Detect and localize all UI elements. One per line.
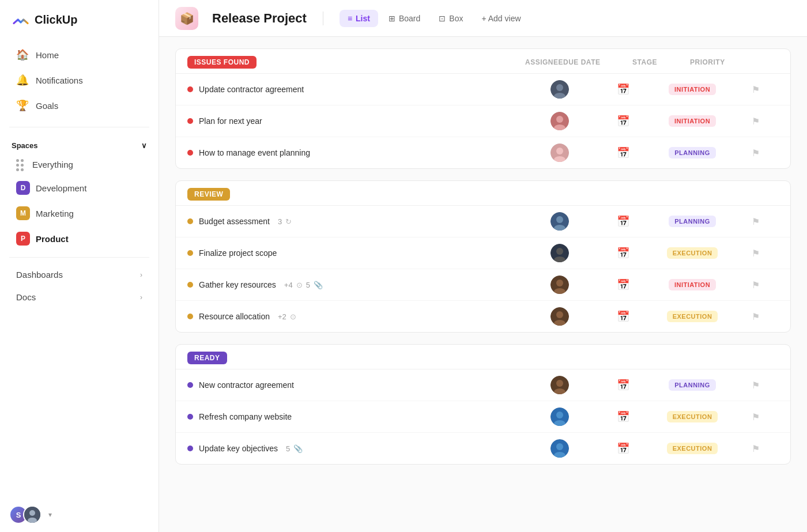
task-count: 3	[278, 217, 282, 226]
tab-list[interactable]: ≡ List	[340, 10, 378, 27]
add-view-button[interactable]: + Add view	[473, 10, 529, 27]
project-title: Release Project	[212, 11, 307, 26]
task-row[interactable]: Update contractor agreement 📅 INITIATION…	[176, 74, 790, 105]
group-review: REVIEW Budget assessment 3 ↻	[175, 180, 791, 333]
task-dot-yellow	[187, 282, 193, 288]
task-row[interactable]: Resource allocation +2 ⊙ 📅 EXECUTION	[176, 301, 790, 332]
task-row[interactable]: Refresh company website 📅 EXECUTION ⚑	[176, 401, 790, 433]
avatar	[550, 276, 569, 294]
dashboards-label: Dashboards	[16, 270, 63, 280]
assignee-cell	[525, 112, 594, 130]
task-row[interactable]: New contractor agreement 📅 PLANNING ⚑	[176, 369, 790, 401]
assignee-cell	[525, 276, 594, 294]
product-badge: P	[16, 232, 30, 246]
stage-cell: EXECUTION	[652, 311, 733, 322]
date-cell[interactable]: 📅	[594, 83, 652, 96]
date-cell[interactable]: 📅	[594, 247, 652, 259]
priority-cell: ⚑	[733, 380, 779, 391]
sidebar-item-notifications[interactable]: 🔔 Notifications	[5, 68, 154, 92]
task-row[interactable]: Gather key resources +4 ⊙ 5 📎 📅	[176, 269, 790, 301]
development-label: Development	[36, 183, 86, 193]
task-name-cell: New contractor agreement	[187, 380, 525, 390]
task-name: New contractor agreement	[199, 380, 294, 390]
spaces-collapse-icon[interactable]: ∨	[141, 141, 147, 150]
task-row[interactable]: Finalize project scope 📅 EXECUTION ⚑	[176, 237, 790, 269]
col-due-date: DUE DATE	[563, 58, 632, 66]
date-cell[interactable]: 📅	[594, 278, 652, 291]
priority-cell: ⚑	[733, 311, 779, 322]
stage-badge: INITIATION	[669, 279, 716, 290]
group-label-review: REVIEW	[187, 188, 230, 201]
task-row[interactable]: How to manage event planning 📅 PLANNING …	[176, 137, 790, 168]
date-cell[interactable]: 📅	[594, 215, 652, 228]
sidebar-item-notifications-label: Notifications	[36, 76, 83, 85]
date-cell[interactable]: 📅	[594, 310, 652, 323]
date-cell[interactable]: 📅	[594, 115, 652, 127]
flag-icon: ⚑	[752, 380, 760, 391]
date-cell[interactable]: 📅	[594, 146, 652, 159]
tab-box[interactable]: ⊡ Box	[431, 10, 471, 27]
date-cell[interactable]: 📅	[594, 379, 652, 391]
sidebar-item-home[interactable]: 🏠 Home	[5, 43, 154, 67]
task-dot-red	[187, 86, 193, 92]
sidebar-item-product[interactable]: P Product	[5, 227, 154, 251]
sidebar-divider-1	[9, 127, 149, 127]
sidebar-item-goals[interactable]: 🏆 Goals	[5, 93, 154, 118]
priority-cell: ⚑	[733, 216, 779, 227]
sidebar-item-marketing[interactable]: M Marketing	[5, 201, 154, 225]
task-name-cell: Update key objectives 5 📎	[187, 444, 525, 453]
sidebar-item-docs[interactable]: Docs ›	[5, 286, 154, 308]
task-extra: +2	[278, 312, 286, 321]
group-label-ready: READY	[187, 352, 227, 364]
svg-point-22	[556, 311, 563, 318]
task-dot-yellow	[187, 218, 193, 224]
stage-cell: INITIATION	[652, 279, 733, 290]
task-row[interactable]: Update key objectives 5 📎 📅 EXECUTION	[176, 433, 790, 464]
docs-label: Docs	[16, 292, 36, 302]
task-dot-red	[187, 150, 193, 156]
task-extra: +4	[284, 281, 293, 289]
sidebar-bottom: S ▾	[0, 497, 159, 532]
group-header-review: REVIEW	[176, 181, 790, 206]
task-row[interactable]: Budget assessment 3 ↻ 📅 PLANNING	[176, 206, 790, 237]
sidebar-item-development[interactable]: D Development	[5, 176, 154, 200]
task-name: Finalize project scope	[199, 248, 277, 258]
date-cell[interactable]: 📅	[594, 410, 652, 423]
sidebar-item-goals-label: Goals	[36, 101, 58, 111]
col-headers-issues: ASSIGNEE DUE DATE STAGE PRIORITY	[525, 58, 779, 66]
assignee-cell	[525, 80, 594, 99]
stage-cell: INITIATION	[652, 84, 733, 95]
user-dropdown-arrow[interactable]: ▾	[48, 511, 52, 519]
home-icon: 🏠	[16, 48, 29, 61]
avatar	[550, 408, 569, 426]
flag-icon: ⚑	[752, 311, 760, 322]
sidebar-item-everything[interactable]: Everything	[5, 154, 154, 175]
date-cell[interactable]: 📅	[594, 442, 652, 455]
logo: ClickUp	[0, 0, 159, 39]
sidebar-item-dashboards[interactable]: Dashboards ›	[5, 264, 154, 285]
task-name-cell: Resource allocation +2 ⊙	[187, 312, 525, 321]
flag-icon: ⚑	[752, 412, 760, 422]
task-name: How to manage event planning	[199, 148, 310, 157]
task-meta: 3 ↻	[278, 217, 292, 226]
project-icon: 📦	[175, 7, 198, 30]
task-meta: 5 📎	[286, 444, 303, 453]
calendar-icon: 📅	[617, 215, 629, 228]
task-meta: +4 ⊙ 5 📎	[284, 281, 323, 289]
attachment-icon: 📎	[314, 281, 323, 289]
clickup-logo-icon	[12, 10, 30, 29]
assignee-cell	[525, 408, 594, 426]
marketing-badge: M	[16, 206, 30, 220]
list-tab-icon: ≡	[348, 14, 352, 23]
svg-point-4	[556, 84, 563, 91]
task-dot-purple	[187, 414, 193, 420]
assignee-cell	[525, 244, 594, 262]
bell-icon: 🔔	[16, 74, 29, 86]
col-stage: STAGE	[632, 58, 690, 66]
group-ready: READY New contractor agreement 📅 PLANNIN…	[175, 344, 791, 465]
stage-cell: PLANNING	[652, 147, 733, 159]
flag-icon: ⚑	[752, 84, 760, 95]
task-row[interactable]: Plan for next year 📅 INITIATION ⚑	[176, 105, 790, 137]
board-tab-label: Board	[399, 14, 420, 23]
tab-board[interactable]: ⊞ Board	[380, 10, 428, 27]
